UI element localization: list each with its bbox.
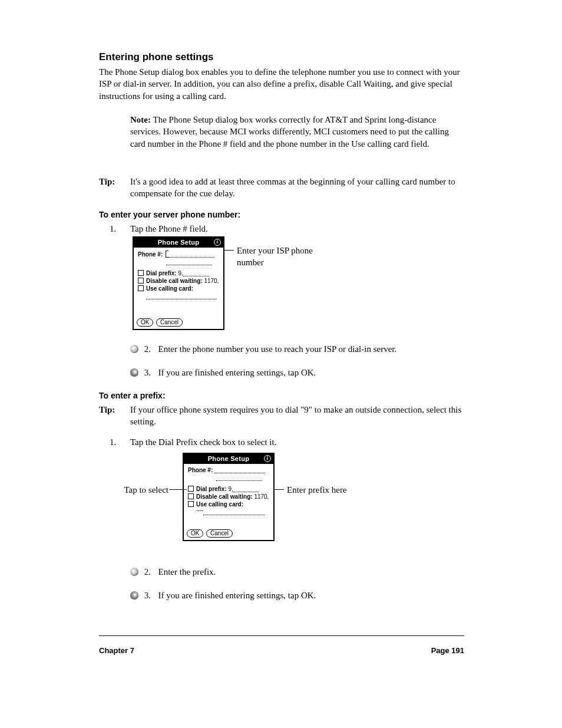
cancel-button[interactable]: Cancel: [206, 529, 233, 538]
callout-prefix-left: Tap to select: [118, 485, 168, 496]
ball-bullet-icon: [130, 591, 138, 599]
dial-prefix-row[interactable]: Dial prefix: 9,: [138, 270, 219, 276]
tip-label-1: Tip:: [99, 177, 115, 186]
footer-rule: [99, 635, 464, 636]
dial-prefix-checkbox[interactable]: [138, 270, 144, 276]
tip-text-1: It's a good idea to add at least three c…: [130, 176, 464, 200]
phone-setup-dialog-2: Phone Setup i Phone #: Dial prefix: 9, D…: [183, 453, 275, 541]
callout-phone: Enter your ISP phone number: [237, 245, 328, 268]
dial-prefix-checkbox[interactable]: [188, 486, 194, 492]
ok-button[interactable]: OK: [187, 529, 203, 538]
procedure-heading-2: To enter a prefix:: [99, 390, 464, 401]
calling-card-checkbox[interactable]: [138, 285, 144, 291]
footer-left: Chapter 7: [99, 646, 134, 655]
step-2-1: Tap the Dial Prefix check box to select …: [130, 436, 464, 448]
note-label: Note:: [130, 115, 151, 124]
note-text: The Phone Setup dialog box works correct…: [130, 115, 449, 149]
step-1-2: Enter the phone number you use to reach …: [158, 344, 397, 354]
dialog-title: Phone Setup i: [134, 238, 223, 248]
info-icon[interactable]: i: [264, 455, 271, 462]
tip-label-2: Tip:: [99, 405, 115, 414]
footer-right: Page 191: [431, 646, 464, 655]
disable-call-waiting-row[interactable]: Disable call waiting: 1170,: [138, 278, 219, 284]
ball-bullet-icon: [130, 568, 138, 576]
step-number: 1.: [110, 436, 127, 448]
ok-button[interactable]: OK: [137, 318, 153, 327]
step-2-2: Enter the prefix.: [158, 567, 216, 577]
ball-bullet-icon: [130, 345, 138, 353]
tip-text-2: If your office phone system requires you…: [130, 404, 464, 428]
dial-prefix-row[interactable]: Dial prefix: 9,: [188, 486, 269, 492]
phone-setup-dialog-1: Phone Setup i Phone #: Dial prefix: 9, D…: [133, 236, 224, 330]
cancel-button[interactable]: Cancel: [156, 318, 183, 327]
info-icon[interactable]: i: [214, 239, 221, 246]
disable-cw-checkbox[interactable]: [188, 493, 194, 499]
use-calling-card-row[interactable]: Use calling card:: [188, 501, 269, 508]
disable-cw-checkbox[interactable]: [138, 278, 144, 284]
ball-bullet-icon: [130, 368, 138, 377]
procedure-heading-1: To enter your server phone number:: [99, 209, 464, 220]
section-heading: Entering phone settings: [99, 51, 464, 64]
step-number: 1.: [110, 223, 127, 235]
step-2-3: If you are finished entering settings, t…: [158, 591, 316, 600]
phone-number-field[interactable]: Phone #:: [188, 467, 269, 473]
step-1-3: If you are finished entering settings, t…: [158, 368, 316, 377]
callout-prefix-right: Enter prefix here: [287, 485, 363, 496]
step-1-1: Tap the Phone # field.: [130, 223, 464, 235]
disable-call-waiting-row[interactable]: Disable call waiting: 1170,: [188, 493, 269, 500]
calling-card-checkbox[interactable]: [188, 501, 194, 507]
paragraph-intro: The Phone Setup dialog box enables you t…: [99, 66, 464, 102]
phone-number-field[interactable]: Phone #:: [138, 251, 219, 258]
dialog-title: Phone Setup i: [184, 454, 273, 464]
use-calling-card-row[interactable]: Use calling card:: [138, 285, 219, 292]
